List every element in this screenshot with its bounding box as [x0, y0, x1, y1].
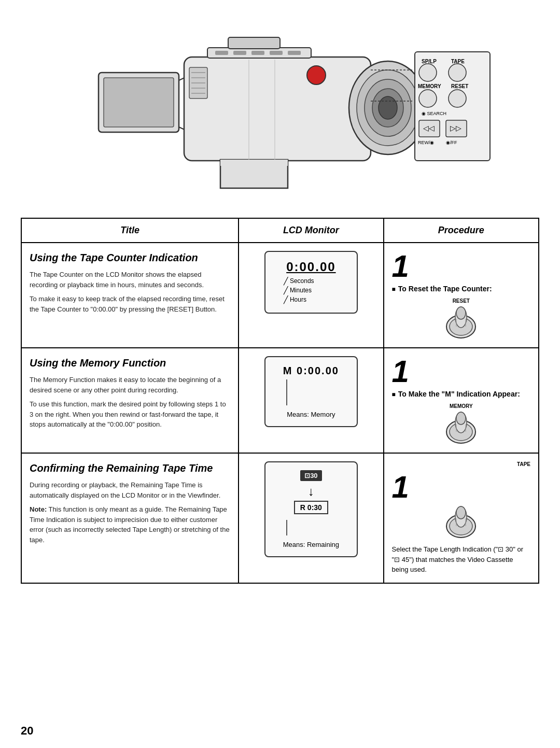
svg-rect-12 — [288, 51, 301, 55]
table-row: Confirming the Remaining Tape Time Durin… — [21, 453, 539, 583]
header-lcd: LCD Monitor — [239, 218, 383, 243]
r-value: R 0:30 — [294, 501, 328, 514]
table-row: Using the Memory Function The Memory Fun… — [21, 348, 539, 453]
seconds-label: ╱Seconds — [284, 277, 314, 285]
hours-label: ╱Hours — [284, 295, 306, 304]
tape-select-text: Select the Tape Length Indication ("⊡ 30… — [392, 544, 530, 575]
svg-rect-9 — [233, 51, 246, 55]
memory-title: Using the Memory Function — [30, 356, 230, 370]
memory-counter-value: M 0:00.00 — [273, 365, 349, 377]
svg-rect-13 — [228, 37, 280, 49]
tape-icon: ⊡30 — [300, 470, 321, 481]
svg-text:SP/LP: SP/LP — [422, 59, 437, 64]
proc-step-title: To Make the "M" Indication Appear: — [392, 390, 530, 398]
svg-rect-8 — [215, 51, 228, 55]
reset-button-illustration: RESET — [392, 298, 530, 340]
tape-counter-lcd-cell: 0:00.00 ╱Seconds ╱Minutes ╱Hours — [239, 243, 383, 348]
tape-arrow: ↓ — [273, 484, 349, 499]
svg-text:◉/FF: ◉/FF — [446, 140, 457, 145]
remaining-tape-title-cell: Confirming the Remaining Tape Time Durin… — [21, 453, 239, 583]
memory-means-label: Means: Memory — [273, 411, 349, 418]
reset-btn-label: RESET — [453, 298, 470, 304]
svg-rect-10 — [251, 51, 264, 55]
svg-text:◁◁: ◁◁ — [423, 124, 435, 132]
svg-point-61 — [456, 506, 466, 519]
proc-step-number: 1 — [392, 472, 530, 503]
tape-counter-title-cell: Using the Tape Counter Indication The Ta… — [21, 243, 239, 348]
memory-button-illustration: MEMORY — [392, 403, 530, 445]
svg-rect-4 — [184, 57, 371, 161]
note-label: Note: — [30, 505, 47, 513]
memory-btn-label: MEMORY — [450, 403, 473, 409]
memory-lcd: M 0:00.00 Means: Memory — [264, 356, 358, 427]
svg-text:◉ SEARCH: ◉ SEARCH — [422, 111, 446, 116]
remaining-means-label: Means: Remaining — [273, 541, 349, 548]
tape-counter-labels: ╱Seconds ╱Minutes ╱Hours — [273, 277, 349, 305]
remaining-tape-lcd: ⊡30 ↓ R 0:30 Means: Remaining — [264, 461, 358, 557]
page-number: 20 — [21, 724, 33, 738]
camera-diagram-section: SP/LP TAPE MEMORY RESET ◉ SEARCH ◁◁ ▷▷ R… — [0, 0, 560, 218]
tape-counter-proc-cell: 1 To Reset the Tape Counter: RESET — [384, 243, 539, 348]
svg-point-35 — [419, 90, 437, 107]
header-procedure: Procedure — [384, 218, 539, 243]
camera-illustration: SP/LP TAPE MEMORY RESET ◉ SEARCH ◁◁ ▷▷ R… — [10, 16, 550, 213]
proc-step-number: 1 — [392, 356, 530, 387]
svg-point-36 — [449, 90, 466, 107]
proc-step-title: To Reset the Tape Counter: — [392, 285, 530, 293]
svg-point-32 — [449, 64, 466, 81]
minutes-label: ╱Minutes — [284, 286, 312, 294]
svg-rect-11 — [270, 51, 283, 55]
content-area: Title LCD Monitor Procedure Using the Ta… — [0, 218, 560, 604]
header-title: Title — [21, 218, 239, 243]
svg-point-16 — [307, 66, 326, 84]
proc-step-number: 1 — [392, 251, 530, 282]
svg-text:▷▷: ▷▷ — [450, 124, 461, 132]
memory-lcd-cell: M 0:00.00 Means: Memory — [239, 348, 383, 453]
remaining-tape-body: During recording or playback, the Remain… — [30, 480, 230, 545]
svg-rect-1 — [104, 78, 174, 127]
remaining-tape-title: Confirming the Remaining Tape Time — [30, 461, 230, 475]
remaining-tape-proc-cell: TAPE 1 Select the Tape Length I — [384, 453, 539, 583]
instruction-table: Title LCD Monitor Procedure Using the Ta… — [21, 218, 539, 584]
tape-counter-lcd: 0:00.00 ╱Seconds ╱Minutes ╱Hours — [264, 251, 358, 314]
memory-body: The Memory Function makes it easy to loc… — [30, 375, 230, 430]
svg-point-21 — [379, 96, 397, 119]
svg-point-31 — [419, 64, 437, 81]
tape-button-illustration — [392, 505, 530, 539]
svg-point-49 — [456, 307, 466, 319]
svg-rect-6 — [220, 160, 288, 166]
tape-counter-body: The Tape Counter on the LCD Monitor show… — [30, 270, 230, 314]
tape-btn-label: TAPE — [392, 461, 530, 467]
tape-counter-title: Using the Tape Counter Indication — [30, 251, 230, 264]
remaining-tape-lcd-cell: ⊡30 ↓ R 0:30 Means: Remaining — [239, 453, 383, 583]
svg-text:MEMORY: MEMORY — [418, 83, 441, 89]
svg-text:REW/◉: REW/◉ — [418, 140, 435, 145]
tape-counter-value: 0:00.00 — [273, 260, 349, 274]
memory-title-cell: Using the Memory Function The Memory Fun… — [21, 348, 239, 453]
table-row: Using the Tape Counter Indication The Ta… — [21, 243, 539, 348]
svg-point-55 — [456, 412, 466, 425]
svg-text:RESET: RESET — [451, 83, 468, 89]
memory-proc-cell: 1 To Make the "M" Indication Appear: MEM… — [384, 348, 539, 453]
